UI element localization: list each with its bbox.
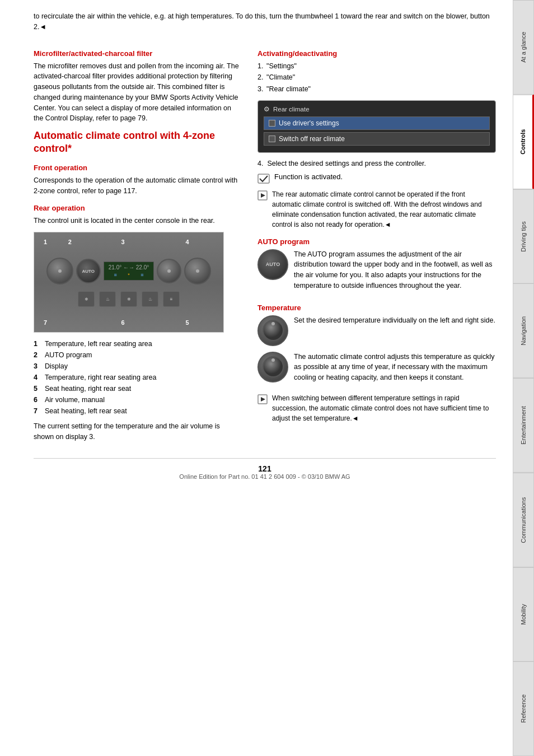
list-item: 3Display (34, 361, 241, 372)
list-item: 7Seat heating, left rear seat (34, 405, 241, 417)
temperature-text2: The automatic climate control adjusts th… (294, 352, 496, 383)
temperature-text-block: Set the desired temperature individually… (294, 315, 495, 330)
temp-knob-svg2 (262, 356, 284, 378)
tab-communications[interactable]: Communications (513, 473, 534, 567)
function-activated-text: Function is activated. (274, 172, 343, 181)
tab-driving-tips[interactable]: Driving tips (513, 189, 534, 284)
tab-mobility[interactable]: Mobility (513, 567, 534, 662)
menu-item-drivers-settings: Use driver's settings (264, 116, 490, 130)
footer-text: Online Edition for Part no. 01 41 2 604 … (34, 473, 496, 480)
item-list: 1Temperature, left rear seating area 2AU… (34, 338, 241, 417)
checkbox-icon-2 (269, 136, 275, 142)
temp-knob-image2 (257, 352, 288, 382)
auto-program-row: AUTO The AUTO program assumes the adjust… (257, 249, 496, 296)
front-operation-heading: Front operation (34, 164, 241, 172)
rear-climate-title: ⚙ Rear climate (264, 105, 490, 113)
auto-program-heading: AUTO program (257, 237, 496, 246)
temperature-note-text: When switching between different tempera… (272, 393, 496, 423)
auto-program-text: The AUTO program assumes the adjustment … (294, 249, 496, 291)
page-number: 121 (34, 464, 496, 473)
auto-climate-heading: Automatic climate control with 4-zone co… (34, 129, 241, 156)
front-operation-text: Corresponds to the operation of the auto… (34, 175, 241, 197)
list-item: 2AUTO program (34, 349, 241, 361)
menu-item-switch-off: Switch off rear climate (264, 132, 490, 146)
list-item: 1Temperature, left rear seating area (34, 338, 241, 349)
activating-steps: "Settings" "Climate" "Rear climate" (257, 61, 496, 95)
rear-operation-note: The current setting for the temperature … (34, 421, 241, 442)
temperature-heading: Temperature (257, 304, 496, 312)
checkbox-icon-1 (269, 120, 275, 127)
step-1: "Settings" (257, 61, 496, 72)
triangle-icon-2 (257, 394, 268, 404)
rear-operation-text: The control unit is located in the cente… (34, 216, 241, 226)
img-label-4: 4 (185, 239, 189, 245)
tab-entertainment[interactable]: Entertainment (513, 378, 534, 473)
intro-text: to recirculate the air within the vehicl… (34, 11, 496, 32)
step4-label: 4. Select the desired settings and press… (257, 158, 496, 169)
rear-operation-heading: Rear operation (34, 204, 241, 212)
list-item: 6Air volume, manual (34, 394, 241, 405)
activating-heading: Activating/deactivating (257, 49, 496, 58)
img-label-6: 6 (121, 319, 124, 326)
page-footer: 121 Online Edition for Part no. 01 41 2 … (34, 458, 496, 480)
img-label-3: 3 (121, 239, 124, 245)
tab-at-a-glance[interactable]: At a glance (513, 0, 534, 95)
tab-controls[interactable]: Controls (513, 95, 534, 189)
rear-climate-menu: ⚙ Rear climate Use driver's settings Swi… (257, 100, 496, 153)
triangle-icon (257, 190, 268, 200)
microfilter-text: The microfilter removes dust and pollen … (34, 61, 241, 124)
step-3: "Rear climate" (257, 84, 496, 95)
temp-knob-svg (262, 319, 284, 342)
tab-reference[interactable]: Reference (513, 661, 534, 756)
temperature-row2: The automatic climate control adjusts th… (257, 352, 496, 388)
svg-point-4 (271, 322, 275, 325)
function-activated-row: Function is activated. (257, 172, 496, 184)
activating-note: The rear automatic climate control canno… (257, 189, 496, 230)
checkmark-icon (257, 174, 270, 184)
list-item: 4Temperature, right rear seating area (34, 372, 241, 383)
temp-knob-image (257, 315, 288, 346)
activating-note-text: The rear automatic climate control canno… (272, 189, 496, 230)
temperature-note: When switching between different tempera… (257, 393, 496, 423)
microfilter-heading: Microfilter/activated-charcoal filter (34, 49, 241, 58)
img-label-7: 7 (44, 319, 47, 326)
tab-navigation[interactable]: Navigation (513, 283, 534, 378)
list-item: 5Seat heating, right rear seat (34, 383, 241, 394)
control-panel-image: 1 2 3 4 7 6 5 (34, 232, 224, 333)
img-label-5: 5 (185, 319, 189, 326)
side-tabs: At a glance Controls Driving tips Naviga… (513, 0, 534, 756)
temperature-text1: Set the desired temperature individually… (294, 315, 495, 326)
svg-point-6 (271, 358, 275, 362)
temperature-row: Set the desired temperature individually… (257, 315, 496, 346)
img-label-1: 1 (44, 239, 47, 245)
step-2: "Climate" (257, 72, 496, 83)
img-label-2: 2 (68, 239, 72, 245)
auto-button-image: AUTO (257, 249, 288, 280)
